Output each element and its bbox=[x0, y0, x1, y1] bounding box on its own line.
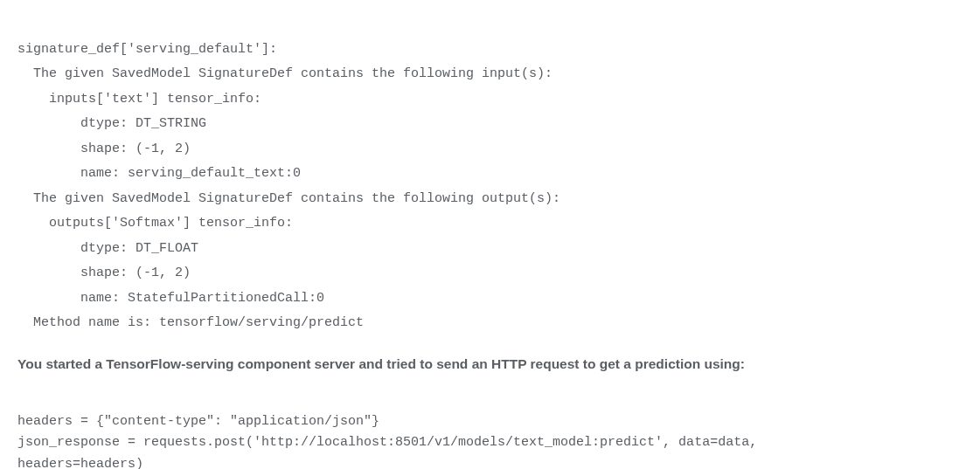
code-line: inputs['text'] tensor_info: bbox=[17, 92, 261, 107]
code-line: name: serving_default_text:0 bbox=[17, 166, 301, 181]
code-line: shape: (-1, 2) bbox=[17, 266, 191, 280]
code-line: dtype: DT_FLOAT bbox=[17, 241, 198, 256]
code-line: shape: (-1, 2) bbox=[17, 141, 191, 156]
code-line: json_response = requests.post('http://lo… bbox=[17, 435, 757, 450]
request-code-block: headers = {"content-type": "application/… bbox=[17, 390, 963, 469]
code-line: dtype: DT_STRING bbox=[17, 116, 206, 131]
code-line: headers=headers) bbox=[17, 457, 143, 469]
code-line: Method name is: tensorflow/serving/predi… bbox=[17, 315, 364, 330]
code-line: name: StatefulPartitionedCall:0 bbox=[17, 291, 324, 306]
code-line: outputs['Softmax'] tensor_info: bbox=[17, 216, 293, 231]
instruction-text: You started a TensorFlow-serving compone… bbox=[17, 354, 963, 374]
code-line: headers = {"content-type": "application/… bbox=[17, 414, 379, 429]
code-line: The given SavedModel SignatureDef contai… bbox=[17, 191, 560, 206]
code-line: signature_def['serving_default']: bbox=[17, 42, 277, 57]
code-line: The given SavedModel SignatureDef contai… bbox=[17, 66, 553, 81]
signature-def-block: signature_def['serving_default']: The gi… bbox=[17, 12, 963, 336]
